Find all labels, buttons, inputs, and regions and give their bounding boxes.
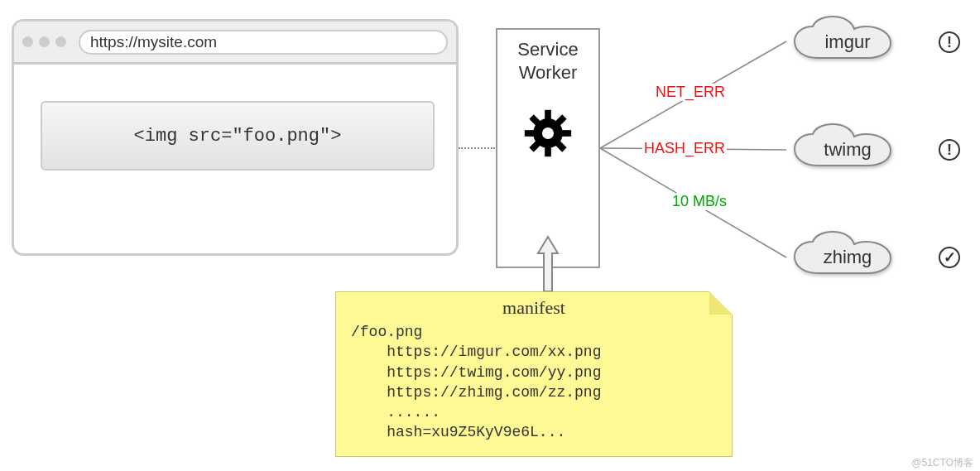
- manifest-line: hash=xu9Z5KyV9e6L...: [351, 422, 717, 442]
- note-fold: [709, 291, 733, 315]
- edge-label-hash-err: HASH_ERR: [642, 140, 727, 157]
- service-worker-box: Service Worker: [496, 28, 600, 268]
- svg-rect-4: [545, 110, 551, 120]
- status-error-icon: !: [939, 31, 960, 53]
- cloud-zhimg: zhimg: [786, 230, 909, 285]
- cloud-label: twimg: [824, 139, 871, 161]
- cloud-label: imgur: [824, 31, 870, 53]
- svg-rect-7: [562, 130, 572, 137]
- browser-titlebar: https://mysite.com: [14, 22, 456, 65]
- manifest-line: https://imgur.com/xx.png: [351, 342, 717, 362]
- manifest-line: https://zhimg.com/zz.png: [351, 382, 717, 402]
- up-arrow-icon: [536, 235, 560, 293]
- img-element-code: <img src="foo.png">: [41, 101, 435, 171]
- address-bar: https://mysite.com: [79, 30, 448, 55]
- svg-rect-5: [545, 147, 551, 157]
- manifest-title: manifest: [351, 297, 717, 319]
- cloud-twimg: twimg: [786, 123, 909, 177]
- status-error-icon: !: [939, 139, 960, 161]
- url-text: https://mysite.com: [90, 33, 217, 51]
- svg-point-12: [542, 127, 554, 139]
- manifest-note: manifest /foo.png https://imgur.com/xx.p…: [335, 291, 733, 457]
- status-ok-icon: ✓: [939, 247, 960, 268]
- cloud-label: zhimg: [824, 247, 872, 268]
- service-worker-title: Service Worker: [517, 38, 578, 84]
- dotted-connector: [459, 147, 495, 149]
- window-dot: [39, 36, 50, 47]
- window-dot: [22, 36, 33, 47]
- sw-line1: Service: [517, 38, 578, 61]
- edge-label-bw: 10 MB/s: [670, 193, 728, 210]
- window-dot: [55, 36, 66, 47]
- manifest-line: ......: [351, 402, 717, 422]
- svg-rect-6: [525, 130, 535, 137]
- manifest-line: https://twimg.com/yy.png: [351, 363, 717, 382]
- manifest-line: /foo.png: [351, 322, 717, 342]
- sw-line2: Worker: [517, 61, 578, 84]
- cloud-imgur: imgur: [786, 15, 909, 70]
- browser-window: https://mysite.com <img src="foo.png">: [12, 19, 459, 256]
- img-tag-text: <img src="foo.png">: [134, 126, 342, 147]
- gear-icon: [521, 107, 574, 160]
- watermark: @51CTO博客: [911, 458, 973, 468]
- edge-label-net-err: NET_ERR: [654, 84, 727, 101]
